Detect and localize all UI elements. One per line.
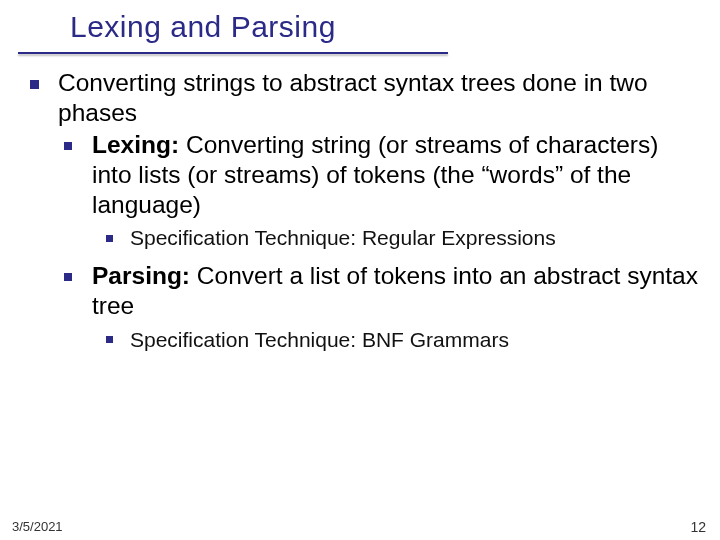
bullet-lexing: Lexing: Converting string (or streams of… <box>64 130 702 220</box>
bullet-icon <box>64 142 72 150</box>
footer-date: 3/5/2021 <box>12 519 63 534</box>
slide: Lexing and Parsing Converting strings to… <box>0 0 720 540</box>
spec-text: Specification Technique: Regular Express… <box>130 226 556 249</box>
lexing-label: Lexing: <box>92 131 179 158</box>
bullet-parsing: Parsing: Convert a list of tokens into a… <box>64 261 702 321</box>
slide-body: Converting strings to abstract syntax tr… <box>30 68 702 362</box>
bullet-icon <box>106 336 113 343</box>
bullet-icon <box>64 273 72 281</box>
slide-title: Lexing and Parsing <box>70 10 336 44</box>
title-underline <box>18 52 448 54</box>
bullet-parsing-spec: Specification Technique: BNF Grammars <box>106 327 702 353</box>
bullet-text: Converting strings to abstract syntax tr… <box>58 69 648 126</box>
spec-text: Specification Technique: BNF Grammars <box>130 328 509 351</box>
bullet-icon <box>106 235 113 242</box>
footer-page-number: 12 <box>690 519 706 535</box>
bullet-icon <box>30 80 39 89</box>
bullet-lexing-spec: Specification Technique: Regular Express… <box>106 225 702 251</box>
parsing-label: Parsing: <box>92 262 190 289</box>
bullet-level1: Converting strings to abstract syntax tr… <box>30 68 702 128</box>
